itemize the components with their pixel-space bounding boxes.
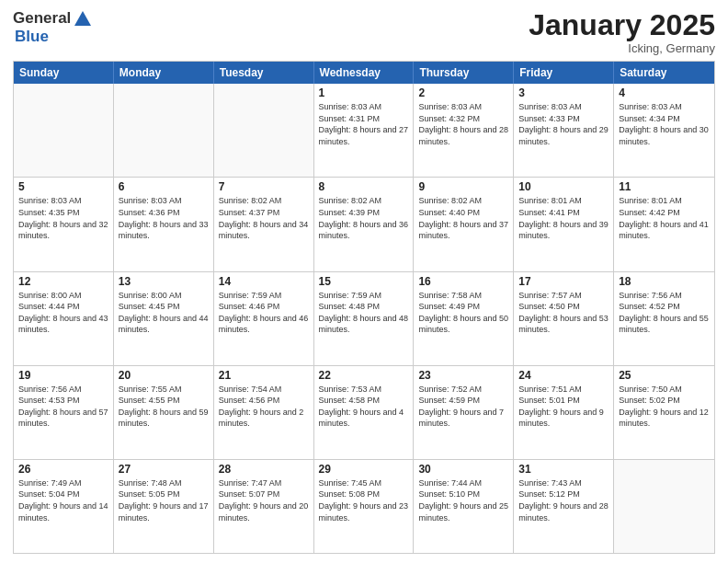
cell-sunset: Sunset: 4:53 PM [18,395,108,407]
empty-cell [214,84,314,177]
cell-daylight-label: Daylight: 9 hours and 23 minutes. [319,500,409,523]
col-wednesday: Wednesday [314,62,415,84]
day-number: 15 [319,275,409,288]
day-cell-29: 29 Sunrise: 7:45 AM Sunset: 5:08 PM Dayl… [314,460,415,553]
day-number: 27 [119,463,209,476]
day-number: 4 [619,86,710,99]
month-title: January 2025 [529,9,715,41]
cell-daylight-label: Daylight: 9 hours and 4 minutes. [319,407,409,430]
cell-daylight-label: Daylight: 8 hours and 32 minutes. [18,219,108,242]
day-cell-19: 19 Sunrise: 7:56 AM Sunset: 4:53 PM Dayl… [14,366,114,459]
cell-sunset: Sunset: 5:01 PM [518,395,609,407]
cell-sunrise: Sunrise: 7:43 AM [518,477,609,489]
cell-sunrise: Sunrise: 7:44 AM [418,477,508,489]
day-cell-14: 14 Sunrise: 7:59 AM Sunset: 4:46 PM Dayl… [214,272,314,365]
cell-sunrise: Sunrise: 7:54 AM [219,384,309,396]
day-cell-7: 7 Sunrise: 8:02 AM Sunset: 4:37 PM Dayli… [214,178,314,270]
cell-sunrise: Sunrise: 7:58 AM [418,290,508,302]
day-number: 22 [319,369,409,382]
day-number: 23 [418,369,508,382]
cell-daylight-label: Daylight: 9 hours and 28 minutes. [518,500,609,523]
cell-daylight-label: Daylight: 8 hours and 59 minutes. [119,407,209,430]
day-number: 18 [619,275,710,288]
cell-sunset: Sunset: 4:37 PM [219,207,309,219]
cal-row-4: 19 Sunrise: 7:56 AM Sunset: 4:53 PM Dayl… [14,365,714,459]
day-number: 26 [18,463,108,476]
cell-sunrise: Sunrise: 7:55 AM [119,384,209,396]
cell-sunset: Sunset: 4:41 PM [518,207,609,219]
day-number: 14 [219,275,309,288]
day-number: 8 [319,180,409,193]
cell-sunrise: Sunrise: 8:02 AM [418,195,508,207]
cell-sunset: Sunset: 5:02 PM [619,395,710,407]
cell-sunset: Sunset: 5:12 PM [518,488,609,500]
cell-sunrise: Sunrise: 8:02 AM [219,195,309,207]
cell-sunrise: Sunrise: 8:03 AM [119,195,209,207]
cell-sunset: Sunset: 4:50 PM [518,301,609,313]
svg-marker-0 [74,11,91,26]
cell-sunset: Sunset: 5:04 PM [18,488,108,500]
logo-text: General Blue [13,9,95,46]
day-number: 7 [219,180,309,193]
cell-sunrise: Sunrise: 7:59 AM [319,290,409,302]
day-cell-26: 26 Sunrise: 7:49 AM Sunset: 5:04 PM Dayl… [14,460,114,553]
empty-cell [114,84,214,177]
cell-daylight-label: Daylight: 8 hours and 55 minutes. [619,313,710,336]
cell-daylight-label: Daylight: 8 hours and 27 minutes. [319,124,409,147]
day-cell-18: 18 Sunrise: 7:56 AM Sunset: 4:52 PM Dayl… [614,272,714,365]
cell-sunset: Sunset: 4:31 PM [319,113,409,125]
day-cell-3: 3 Sunrise: 8:03 AM Sunset: 4:33 PM Dayli… [514,84,614,177]
cell-sunset: Sunset: 5:08 PM [319,488,409,500]
cell-daylight-label: Daylight: 9 hours and 25 minutes. [418,500,508,523]
day-cell-31: 31 Sunrise: 7:43 AM Sunset: 5:12 PM Dayl… [514,460,614,553]
day-cell-16: 16 Sunrise: 7:58 AM Sunset: 4:49 PM Dayl… [414,272,514,365]
col-monday: Monday [114,62,214,84]
logo-general: General [13,9,71,28]
cell-daylight-label: Daylight: 8 hours and 43 minutes. [18,313,108,336]
cell-sunset: Sunset: 4:40 PM [418,207,508,219]
day-number: 13 [119,275,209,288]
cell-sunset: Sunset: 4:55 PM [119,395,209,407]
day-cell-2: 2 Sunrise: 8:03 AM Sunset: 4:32 PM Dayli… [414,84,514,177]
day-number: 2 [418,86,508,99]
day-cell-15: 15 Sunrise: 7:59 AM Sunset: 4:48 PM Dayl… [314,272,415,365]
cell-sunrise: Sunrise: 8:01 AM [518,195,609,207]
cell-sunrise: Sunrise: 7:45 AM [319,477,409,489]
day-cell-20: 20 Sunrise: 7:55 AM Sunset: 4:55 PM Dayl… [114,366,214,459]
col-sunday: Sunday [14,62,114,84]
cal-row-5: 26 Sunrise: 7:49 AM Sunset: 5:04 PM Dayl… [14,459,714,553]
cell-sunset: Sunset: 4:44 PM [18,301,108,313]
day-number: 19 [18,369,108,382]
cell-sunset: Sunset: 4:46 PM [219,301,309,313]
day-cell-24: 24 Sunrise: 7:51 AM Sunset: 5:01 PM Dayl… [514,366,614,459]
cell-daylight-label: Daylight: 8 hours and 53 minutes. [518,313,609,336]
day-cell-17: 17 Sunrise: 7:57 AM Sunset: 4:50 PM Dayl… [514,272,614,365]
day-cell-21: 21 Sunrise: 7:54 AM Sunset: 4:56 PM Dayl… [214,366,314,459]
cell-sunrise: Sunrise: 8:03 AM [18,195,108,207]
cell-sunset: Sunset: 4:45 PM [119,301,209,313]
cell-daylight-label: Daylight: 8 hours and 28 minutes. [418,124,508,147]
cell-sunrise: Sunrise: 7:57 AM [518,290,609,302]
cell-daylight-label: Daylight: 9 hours and 20 minutes. [219,500,309,523]
cell-daylight-label: Daylight: 8 hours and 44 minutes. [119,313,209,336]
day-cell-11: 11 Sunrise: 8:01 AM Sunset: 4:42 PM Dayl… [614,178,714,270]
day-number: 17 [518,275,609,288]
day-cell-1: 1 Sunrise: 8:03 AM Sunset: 4:31 PM Dayli… [314,84,415,177]
cell-sunset: Sunset: 4:35 PM [18,207,108,219]
cell-daylight-label: Daylight: 8 hours and 37 minutes. [418,219,508,242]
cell-sunset: Sunset: 5:05 PM [119,488,209,500]
cell-sunset: Sunset: 4:32 PM [418,113,508,125]
cell-sunrise: Sunrise: 7:56 AM [619,290,710,302]
day-number: 10 [518,180,609,193]
day-number: 30 [418,463,508,476]
cell-daylight-label: Daylight: 9 hours and 14 minutes. [18,500,108,523]
cell-daylight-label: Daylight: 8 hours and 50 minutes. [418,313,508,336]
header: General Blue January 2025 Icking, German… [13,9,715,55]
day-number: 9 [418,180,508,193]
cell-sunset: Sunset: 4:34 PM [619,113,710,125]
cell-sunrise: Sunrise: 7:56 AM [18,384,108,396]
day-cell-10: 10 Sunrise: 8:01 AM Sunset: 4:41 PM Dayl… [514,178,614,270]
cell-daylight-label: Daylight: 9 hours and 2 minutes. [219,407,309,430]
cell-sunrise: Sunrise: 7:50 AM [619,384,710,396]
title-block: January 2025 Icking, Germany [529,9,715,55]
